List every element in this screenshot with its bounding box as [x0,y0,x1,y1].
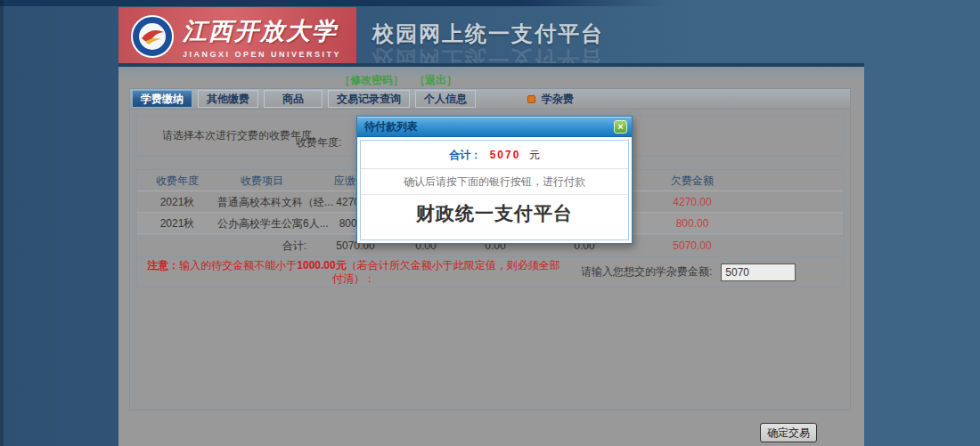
tab-goods[interactable]: 商品 [264,90,323,108]
amount-input[interactable] [721,264,796,281]
modal-close-button[interactable]: × [614,120,627,134]
header-year: 收费年度 [137,170,217,191]
amount-label: 请输入您想交的学杂费金额: [581,264,712,280]
modal-title-bar: 待付款列表 × [357,117,632,137]
modal-total-row: 合计： 5070 元 [361,142,628,169]
left-edge-shade [0,0,4,446]
modal-total-value: 5070 [490,149,521,161]
modal-instruction: 确认后请按下面的银行按钮，进行付款 [361,169,628,195]
note-row: 注意：输入的待交金额不能小于1000.00元（若合计所欠金额小于此限定值，则必须… [137,256,843,287]
modal-body: 合计： 5070 元 确认后请按下面的银行按钮，进行付款 财政统一支付平台 [357,137,632,243]
logout-link[interactable]: ［退出］ [414,73,457,88]
header-item: 收费项目 [217,170,306,191]
top-links: ［修改密码］ ［退出］ [339,73,457,88]
university-name-en: JIANGXI OPEN UNIVERSITY [183,50,341,59]
tab-other-fees[interactable]: 其他缴费 [198,90,258,108]
header-owed: 欠费金额 [625,170,759,191]
confirm-transaction-button[interactable]: 确定交易 [760,423,817,442]
university-name-cn: 江西开放大学 [183,15,341,47]
tab-bar: 学费缴纳 其他缴费 商品 交易记录查询 个人信息 学杂费 [130,89,850,109]
modal-total-label: 合计： [449,149,481,161]
misc-fee-indicator[interactable]: 学杂费 [527,92,574,107]
change-password-link[interactable]: ［修改密码］ [339,73,404,88]
notice-text: 注意：输入的待交金额不能小于1000.00元（若合计所欠金额小于此限定值，则必须… [143,259,565,286]
payment-modal: 待付款列表 × 合计： 5070 元 确认后请按下面的银行按钮，进行付款 财政统… [356,116,633,244]
modal-total-unit: 元 [529,149,540,161]
tab-personal-info[interactable]: 个人信息 [415,90,476,108]
modal-title: 待付款列表 [364,119,614,134]
tab-transaction-records[interactable]: 交易记录查询 [328,90,410,108]
close-icon: × [617,121,623,132]
top-edge-shade [0,0,666,6]
tab-tuition-payment[interactable]: 学费缴纳 [132,90,192,108]
page-background: 江西开放大学 JIANGXI OPEN UNIVERSITY 校园网上统一支付平… [0,0,980,446]
orange-bullet-icon [527,95,535,103]
bank-pay-button[interactable]: 财政统一支付平台 [361,195,628,232]
university-logo-icon [131,15,174,58]
university-banner: 江西开放大学 JIANGXI OPEN UNIVERSITY [118,7,356,66]
misc-fee-label: 学杂费 [542,92,574,107]
year-select-label: 收费年度: [296,135,341,150]
